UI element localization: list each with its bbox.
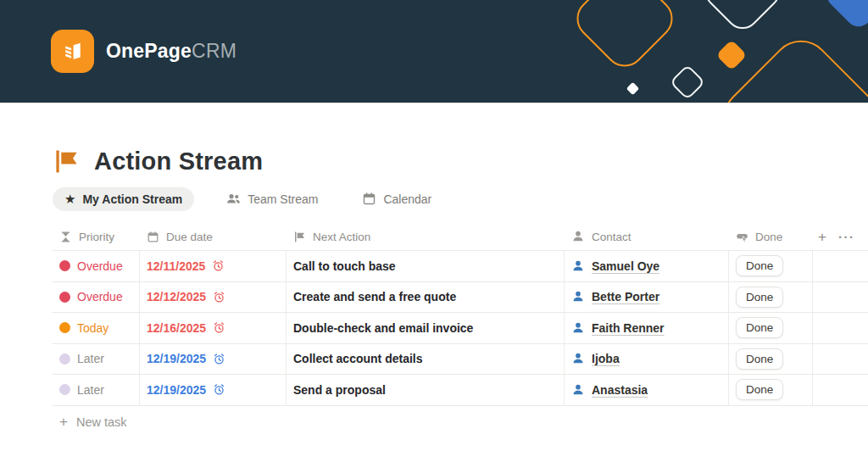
table-row: Today 12/16/2025 Double-check and email …	[53, 313, 868, 344]
flag-icon	[53, 148, 81, 175]
action-stream-table: Priority Due date Next Action Contact Do…	[53, 223, 868, 438]
done-button[interactable]: Done	[736, 348, 783, 370]
team-icon	[226, 192, 241, 206]
page-title-row: Action Stream	[53, 148, 868, 175]
due-date: 12/19/2025	[147, 352, 206, 365]
done-button[interactable]: Done	[736, 379, 783, 400]
contact-name: Anastasia	[592, 383, 648, 397]
decor-white-diamond-outline	[670, 64, 705, 100]
person-icon	[571, 321, 585, 335]
person-icon	[571, 383, 585, 397]
contact-name: Bette Porter	[592, 290, 659, 303]
alarm-icon	[213, 383, 225, 396]
due-date: 12/19/2025	[147, 383, 206, 397]
page-content: Action Stream ★ My Action Stream Team St…	[0, 148, 868, 438]
next-action-cell[interactable]: Create and send a free quote	[287, 282, 565, 313]
next-action-cell[interactable]: Double-check and email invoice	[287, 313, 565, 343]
column-label: Contact	[592, 231, 632, 243]
decor-blue-shape	[821, 0, 868, 32]
star-icon: ★	[64, 192, 75, 205]
done-button[interactable]: Done	[736, 255, 783, 276]
column-label: Done	[755, 231, 782, 243]
next-action-text: Collect account details	[293, 352, 422, 365]
table-header-row: Priority Due date Next Action Contact Do…	[53, 223, 868, 251]
priority-label: Overdue	[77, 290, 123, 303]
empty-cell	[813, 313, 868, 343]
next-action-cell[interactable]: Collect account details	[287, 344, 565, 375]
priority-dot	[59, 260, 70, 271]
empty-cell	[813, 282, 868, 313]
priority-dot	[59, 292, 70, 303]
tab-my-action-stream[interactable]: ★ My Action Stream	[53, 187, 194, 211]
done-cell: Done	[729, 344, 813, 375]
tab-label: My Action Stream	[82, 192, 182, 206]
decor-orange-outline-shape	[569, 0, 682, 75]
contact-cell[interactable]: Bette Porter	[565, 282, 729, 313]
new-task-label: New task	[76, 415, 127, 429]
done-cell: Done	[729, 313, 813, 343]
contact-cell[interactable]: Anastasia	[565, 375, 729, 405]
new-task-button[interactable]: + New task	[53, 406, 861, 438]
decor-orange-diamond	[716, 40, 748, 71]
priority-cell[interactable]: Later	[53, 344, 140, 375]
onepagecrm-logo[interactable]: OnePageCRM	[51, 30, 236, 73]
column-label: Priority	[79, 231, 114, 243]
priority-label: Later	[77, 383, 104, 397]
decor-white-outline-shape	[698, 0, 787, 36]
flag-icon	[293, 231, 306, 243]
contact-name: Samuel Oye	[592, 259, 659, 273]
tab-label: Calendar	[383, 192, 431, 206]
next-action-text: Create and send a free quote	[293, 290, 456, 303]
alarm-icon	[213, 353, 225, 365]
done-button[interactable]: Done	[736, 317, 783, 338]
priority-dot	[59, 322, 70, 333]
contact-cell[interactable]: Faith Renner	[565, 313, 729, 343]
person-icon	[571, 352, 585, 365]
priority-cell[interactable]: Today	[53, 313, 140, 343]
calendar-icon	[147, 231, 159, 243]
person-icon	[571, 259, 585, 273]
next-action-cell[interactable]: Call to touch base	[287, 251, 565, 281]
add-column-button[interactable]: +	[818, 230, 826, 244]
priority-label: Today	[77, 321, 108, 335]
contact-cell[interactable]: Samuel Oye	[565, 251, 729, 281]
column-header-done[interactable]: Done	[729, 231, 813, 243]
next-action-cell[interactable]: Send a proposal	[287, 375, 565, 405]
logo-book-icon	[51, 30, 94, 73]
due-date-cell[interactable]: 12/11/2025	[140, 251, 287, 281]
column-header-due-date[interactable]: Due date	[140, 231, 287, 243]
priority-label: Later	[77, 352, 104, 365]
due-date-cell[interactable]: 12/19/2025	[140, 344, 287, 375]
plus-icon: +	[59, 414, 68, 431]
due-date-cell[interactable]: 12/12/2025	[140, 282, 287, 313]
column-header-priority[interactable]: Priority	[53, 231, 140, 243]
hourglass-icon	[59, 231, 72, 243]
done-cell: Done	[729, 375, 813, 405]
empty-cell	[813, 251, 868, 281]
logo-wordmark: OnePageCRM	[106, 40, 236, 63]
contact-name: Faith Renner	[592, 321, 665, 335]
table-row: Overdue 12/12/2025 Create and send a fre…	[53, 282, 868, 314]
contact-cell[interactable]: Ijoba	[565, 344, 729, 375]
page-title: Action Stream	[94, 148, 263, 175]
done-cell: Done	[729, 282, 813, 313]
next-action-text: Send a proposal	[293, 383, 386, 397]
priority-cell[interactable]: Overdue	[53, 282, 140, 313]
more-options-button[interactable]: ···	[838, 231, 855, 243]
tab-team-stream[interactable]: Team Stream	[214, 186, 330, 211]
due-date-cell[interactable]: 12/16/2025	[140, 313, 287, 343]
column-header-contact[interactable]: Contact	[565, 230, 729, 243]
priority-cell[interactable]: Later	[53, 375, 140, 405]
due-date-cell[interactable]: 12/19/2025	[140, 375, 287, 405]
app-header: OnePageCRM	[0, 0, 868, 103]
priority-label: Overdue	[77, 259, 123, 273]
empty-cell	[813, 375, 868, 405]
priority-cell[interactable]: Overdue	[53, 251, 140, 281]
alarm-icon	[213, 291, 225, 303]
alarm-icon	[213, 321, 225, 334]
view-tabs: ★ My Action Stream Team Stream Calendar	[53, 186, 868, 211]
column-header-next-action[interactable]: Next Action	[287, 231, 565, 243]
tab-calendar[interactable]: Calendar	[350, 186, 443, 211]
done-button[interactable]: Done	[736, 287, 783, 308]
tab-label: Team Stream	[248, 192, 318, 206]
